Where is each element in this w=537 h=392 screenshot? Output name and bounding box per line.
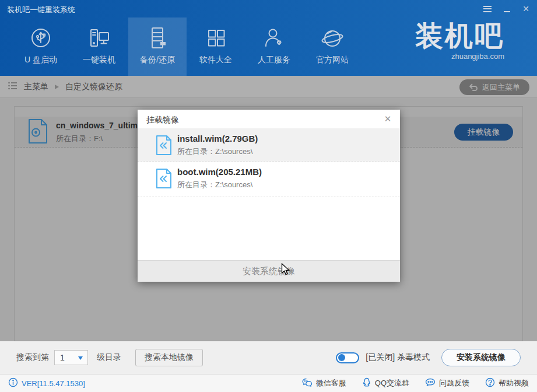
nav-item-backup-restore[interactable]: 备份/还原 bbox=[128, 18, 187, 76]
footer-link-label: 帮助视频 bbox=[499, 378, 529, 388]
chevron-down-icon bbox=[78, 356, 83, 360]
footer-link-label: QQ交流群 bbox=[375, 378, 409, 388]
person-heart-icon bbox=[261, 25, 287, 52]
qq-icon bbox=[362, 377, 371, 389]
install-group: [已关闭] 杀毒模式 安装系统镜像 bbox=[336, 341, 521, 374]
install-system-image-button[interactable]: 安装系统镜像 bbox=[441, 349, 521, 366]
search-local-images-button[interactable]: 搜索本地镜像 bbox=[135, 349, 203, 366]
wechat-support-link[interactable]: 微信客服 bbox=[302, 378, 346, 389]
nav-item-software[interactable]: 软件大全 bbox=[187, 18, 245, 76]
footer-link-label: 问题反馈 bbox=[439, 378, 469, 388]
logo-text: 装机吧 bbox=[415, 21, 504, 52]
nav-item-usb-boot[interactable]: U 盘启动 bbox=[12, 18, 70, 76]
brand-logo: 装机吧 zhuangjiba.com bbox=[415, 21, 504, 61]
qq-group-link[interactable]: QQ交流群 bbox=[362, 377, 409, 389]
hamburger-icon bbox=[483, 6, 492, 12]
logo-domain: zhuangjiba.com bbox=[415, 52, 504, 61]
nav-label: 官方网站 bbox=[316, 55, 349, 65]
close-icon: ✕ bbox=[522, 4, 529, 14]
info-icon bbox=[8, 377, 18, 389]
wim-list-item[interactable]: boot.wim(205.21MB) 所在目录：Z:\sources\ bbox=[138, 162, 400, 197]
nav-label: 人工服务 bbox=[258, 55, 290, 65]
wim-file-name: install.wim(2.79GB) bbox=[177, 134, 258, 144]
wim-list-item[interactable]: install.wim(2.79GB) 所在目录：Z:\sources\ bbox=[138, 128, 400, 162]
dialog-title: 挂载镜像 bbox=[146, 115, 179, 125]
nav-item-website[interactable]: 官方网站 bbox=[303, 18, 361, 76]
nav-label: 备份/还原 bbox=[140, 55, 175, 65]
footer-bar: VER[11.5.47.1530] 微信客服 bbox=[0, 374, 537, 392]
window-controls: ✕ bbox=[482, 3, 531, 15]
help-icon bbox=[485, 377, 495, 389]
main-nav: U 盘启动 一键装机 bbox=[12, 18, 361, 76]
antivirus-toggle[interactable] bbox=[336, 352, 359, 363]
wim-file-dir: 所在目录：Z:\sources\ bbox=[177, 180, 252, 190]
search-depth-group: 搜索到第 1 级目录 搜索本地镜像 bbox=[16, 341, 203, 374]
depth-value: 1 bbox=[60, 353, 65, 362]
usb-icon bbox=[27, 25, 54, 52]
window-menu-button[interactable] bbox=[482, 4, 493, 14]
app-title: 装机吧一键重装系统 bbox=[7, 5, 75, 15]
mount-image-dialog: 挂载镜像 ✕ install.wim(2.79GB) 所在目录：Z:\sourc… bbox=[138, 110, 400, 282]
wim-file-name: boot.wim(205.21MB) bbox=[177, 167, 262, 177]
minimize-icon bbox=[504, 11, 510, 12]
feedback-link[interactable]: 问题反馈 bbox=[425, 378, 469, 389]
nav-item-support[interactable]: 人工服务 bbox=[245, 18, 303, 76]
help-video-link[interactable]: 帮助视频 bbox=[485, 377, 529, 389]
wim-file-icon bbox=[156, 168, 172, 191]
search-suffix-label: 级目录 bbox=[97, 352, 121, 363]
globe-icon bbox=[319, 25, 346, 52]
nav-label: U 盘启动 bbox=[24, 55, 57, 65]
bottom-toolbar: 搜索到第 1 级目录 搜索本地镜像 [已关闭] 杀毒模式 安装系统镜像 bbox=[0, 341, 537, 374]
install-system-image-action[interactable]: 安装系统镜像 bbox=[138, 260, 400, 282]
toggle-knob bbox=[338, 354, 345, 361]
app-window: 装机吧一键重装系统 ✕ U 盘启动 bbox=[0, 0, 537, 392]
antivirus-status-label: [已关闭] 杀毒模式 bbox=[366, 352, 430, 363]
nav-label: 软件大全 bbox=[199, 55, 232, 65]
grid-icon bbox=[202, 25, 229, 52]
footer-link-label: 微信客服 bbox=[316, 378, 346, 388]
depth-select[interactable]: 1 bbox=[54, 350, 88, 365]
version-info: VER[11.5.47.1530] bbox=[8, 374, 85, 392]
search-prefix-label: 搜索到第 bbox=[16, 352, 49, 363]
server-icon bbox=[144, 25, 171, 52]
dialog-close-icon[interactable]: ✕ bbox=[382, 113, 394, 125]
mouse-cursor bbox=[281, 263, 290, 278]
wim-file-dir: 所在目录：Z:\sources\ bbox=[177, 146, 252, 157]
nav-item-one-key-install[interactable]: 一键装机 bbox=[70, 18, 128, 76]
feedback-bubble-icon bbox=[425, 378, 436, 389]
header: 装机吧一键重装系统 ✕ U 盘启动 bbox=[0, 0, 537, 76]
wechat-icon bbox=[302, 378, 313, 389]
version-label: VER[11.5.47.1530] bbox=[22, 379, 85, 388]
computer-icon bbox=[86, 25, 113, 52]
minimize-button[interactable] bbox=[501, 4, 512, 14]
nav-label: 一键装机 bbox=[83, 55, 115, 65]
wim-file-icon bbox=[156, 135, 172, 158]
close-button[interactable]: ✕ bbox=[521, 4, 531, 14]
footer-links: 微信客服 QQ交流群 问题反馈 bbox=[302, 374, 529, 392]
